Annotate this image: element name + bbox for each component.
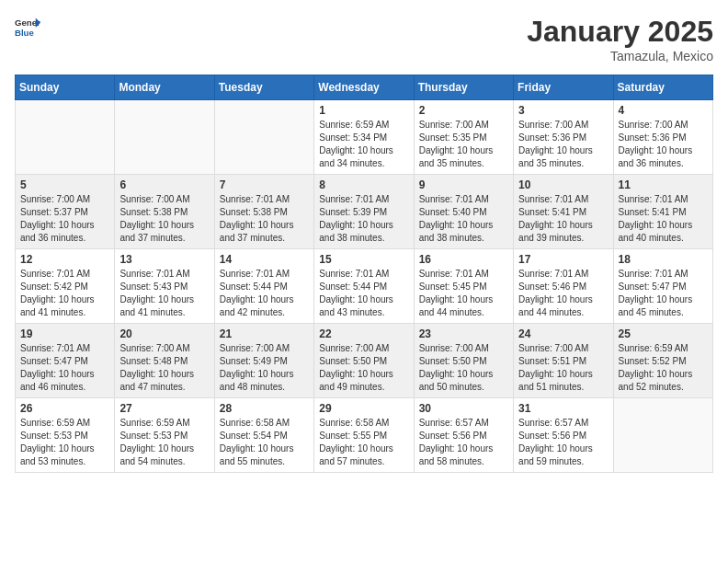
table-row: 1Sunrise: 6:59 AM Sunset: 5:34 PM Daylig…: [314, 100, 414, 175]
day-number: 24: [518, 327, 608, 340]
table-row: 21Sunrise: 7:00 AM Sunset: 5:49 PM Dayli…: [214, 324, 313, 398]
day-info: Sunrise: 7:01 AM Sunset: 5:41 PM Dayligh…: [518, 193, 608, 245]
table-row: 22Sunrise: 7:00 AM Sunset: 5:50 PM Dayli…: [314, 324, 414, 398]
table-row: 9Sunrise: 7:01 AM Sunset: 5:40 PM Daylig…: [414, 175, 513, 249]
day-number: 17: [518, 253, 608, 266]
table-row: 16Sunrise: 7:01 AM Sunset: 5:45 PM Dayli…: [414, 249, 513, 324]
table-row: [214, 100, 313, 175]
table-row: [115, 100, 214, 175]
title-block: January 2025 Tamazula, Mexico: [527, 15, 713, 63]
calendar-week-1: 1Sunrise: 6:59 AM Sunset: 5:34 PM Daylig…: [16, 100, 713, 175]
logo: General Blue: [15, 15, 40, 40]
table-row: 7Sunrise: 7:01 AM Sunset: 5:38 PM Daylig…: [214, 175, 313, 249]
day-number: 11: [619, 178, 708, 191]
table-row: 27Sunrise: 6:59 AM Sunset: 5:53 PM Dayli…: [115, 398, 214, 473]
day-number: 19: [20, 327, 109, 340]
day-number: 22: [319, 327, 408, 340]
table-row: 6Sunrise: 7:00 AM Sunset: 5:38 PM Daylig…: [115, 175, 214, 249]
day-number: 3: [518, 104, 608, 117]
table-row: 13Sunrise: 7:01 AM Sunset: 5:43 PM Dayli…: [115, 249, 214, 324]
day-number: 18: [619, 253, 708, 266]
table-row: 5Sunrise: 7:00 AM Sunset: 5:37 PM Daylig…: [16, 175, 115, 249]
table-row: 3Sunrise: 7:00 AM Sunset: 5:36 PM Daylig…: [514, 100, 613, 175]
day-number: 7: [220, 178, 309, 191]
day-info: Sunrise: 7:00 AM Sunset: 5:36 PM Dayligh…: [518, 119, 608, 170]
day-info: Sunrise: 7:01 AM Sunset: 5:47 PM Dayligh…: [20, 342, 109, 394]
day-info: Sunrise: 7:01 AM Sunset: 5:47 PM Dayligh…: [619, 268, 708, 319]
day-info: Sunrise: 6:58 AM Sunset: 5:55 PM Dayligh…: [319, 417, 408, 468]
day-number: 23: [419, 327, 508, 340]
day-info: Sunrise: 6:59 AM Sunset: 5:53 PM Dayligh…: [20, 417, 109, 468]
day-info: Sunrise: 6:59 AM Sunset: 5:34 PM Dayligh…: [319, 119, 408, 170]
calendar-week-2: 5Sunrise: 7:00 AM Sunset: 5:37 PM Daylig…: [16, 175, 713, 249]
day-info: Sunrise: 7:01 AM Sunset: 5:45 PM Dayligh…: [419, 268, 508, 319]
day-info: Sunrise: 7:01 AM Sunset: 5:42 PM Dayligh…: [20, 268, 109, 319]
col-thursday: Thursday: [414, 75, 513, 100]
calendar-location: Tamazula, Mexico: [527, 49, 713, 63]
day-number: 20: [119, 327, 209, 340]
day-info: Sunrise: 7:01 AM Sunset: 5:44 PM Dayligh…: [220, 268, 309, 319]
calendar-title: January 2025: [527, 15, 713, 49]
day-info: Sunrise: 7:01 AM Sunset: 5:41 PM Dayligh…: [619, 193, 708, 245]
day-number: 21: [220, 327, 309, 340]
calendar-week-4: 19Sunrise: 7:01 AM Sunset: 5:47 PM Dayli…: [16, 324, 713, 398]
day-info: Sunrise: 6:59 AM Sunset: 5:52 PM Dayligh…: [619, 342, 708, 394]
day-number: 13: [119, 253, 209, 266]
day-info: Sunrise: 7:01 AM Sunset: 5:46 PM Dayligh…: [518, 268, 608, 319]
table-row: 20Sunrise: 7:00 AM Sunset: 5:48 PM Dayli…: [115, 324, 214, 398]
day-info: Sunrise: 6:58 AM Sunset: 5:54 PM Dayligh…: [220, 417, 309, 468]
day-info: Sunrise: 7:00 AM Sunset: 5:48 PM Dayligh…: [119, 342, 209, 394]
col-tuesday: Tuesday: [214, 75, 313, 100]
calendar-week-3: 12Sunrise: 7:01 AM Sunset: 5:42 PM Dayli…: [16, 249, 713, 324]
day-info: Sunrise: 7:00 AM Sunset: 5:38 PM Dayligh…: [119, 193, 209, 245]
table-row: 4Sunrise: 7:00 AM Sunset: 5:36 PM Daylig…: [613, 100, 712, 175]
table-row: 2Sunrise: 7:00 AM Sunset: 5:35 PM Daylig…: [414, 100, 513, 175]
table-row: 15Sunrise: 7:01 AM Sunset: 5:44 PM Dayli…: [314, 249, 414, 324]
day-number: 25: [619, 327, 708, 340]
table-row: 17Sunrise: 7:01 AM Sunset: 5:46 PM Dayli…: [514, 249, 613, 324]
day-number: 9: [419, 178, 508, 191]
day-info: Sunrise: 7:01 AM Sunset: 5:38 PM Dayligh…: [220, 193, 309, 245]
table-row: 30Sunrise: 6:57 AM Sunset: 5:56 PM Dayli…: [414, 398, 513, 473]
col-friday: Friday: [514, 75, 613, 100]
table-row: 14Sunrise: 7:01 AM Sunset: 5:44 PM Dayli…: [214, 249, 313, 324]
calendar-table: Sunday Monday Tuesday Wednesday Thursday…: [15, 75, 713, 473]
table-row: 26Sunrise: 6:59 AM Sunset: 5:53 PM Dayli…: [16, 398, 115, 473]
table-row: 8Sunrise: 7:01 AM Sunset: 5:39 PM Daylig…: [314, 175, 414, 249]
day-number: 16: [419, 253, 508, 266]
logo-icon: General Blue: [15, 15, 40, 40]
table-row: 25Sunrise: 6:59 AM Sunset: 5:52 PM Dayli…: [613, 324, 712, 398]
svg-text:Blue: Blue: [15, 28, 34, 38]
day-info: Sunrise: 7:00 AM Sunset: 5:51 PM Dayligh…: [518, 342, 608, 394]
day-number: 4: [619, 104, 708, 117]
day-number: 29: [319, 402, 408, 415]
day-number: 14: [220, 253, 309, 266]
day-info: Sunrise: 7:01 AM Sunset: 5:44 PM Dayligh…: [319, 268, 408, 319]
col-wednesday: Wednesday: [314, 75, 414, 100]
day-number: 6: [119, 178, 209, 191]
page-header: General Blue January 2025 Tamazula, Mexi…: [15, 15, 713, 63]
table-row: [16, 100, 115, 175]
day-number: 30: [419, 402, 508, 415]
table-row: 18Sunrise: 7:01 AM Sunset: 5:47 PM Dayli…: [613, 249, 712, 324]
day-number: 26: [20, 402, 109, 415]
table-row: 28Sunrise: 6:58 AM Sunset: 5:54 PM Dayli…: [214, 398, 313, 473]
col-monday: Monday: [115, 75, 214, 100]
day-info: Sunrise: 7:01 AM Sunset: 5:39 PM Dayligh…: [319, 193, 408, 245]
day-info: Sunrise: 7:00 AM Sunset: 5:50 PM Dayligh…: [319, 342, 408, 394]
day-info: Sunrise: 7:00 AM Sunset: 5:37 PM Dayligh…: [20, 193, 109, 245]
table-row: 11Sunrise: 7:01 AM Sunset: 5:41 PM Dayli…: [613, 175, 712, 249]
day-number: 15: [319, 253, 408, 266]
table-row: 23Sunrise: 7:00 AM Sunset: 5:50 PM Dayli…: [414, 324, 513, 398]
table-row: [613, 398, 712, 473]
day-number: 1: [319, 104, 408, 117]
day-info: Sunrise: 7:01 AM Sunset: 5:43 PM Dayligh…: [119, 268, 209, 319]
col-sunday: Sunday: [16, 75, 115, 100]
table-row: 31Sunrise: 6:57 AM Sunset: 5:56 PM Dayli…: [514, 398, 613, 473]
day-info: Sunrise: 7:00 AM Sunset: 5:50 PM Dayligh…: [419, 342, 508, 394]
table-row: 12Sunrise: 7:01 AM Sunset: 5:42 PM Dayli…: [16, 249, 115, 324]
day-number: 5: [20, 178, 109, 191]
table-row: 29Sunrise: 6:58 AM Sunset: 5:55 PM Dayli…: [314, 398, 414, 473]
table-row: 19Sunrise: 7:01 AM Sunset: 5:47 PM Dayli…: [16, 324, 115, 398]
day-info: Sunrise: 7:00 AM Sunset: 5:49 PM Dayligh…: [220, 342, 309, 394]
